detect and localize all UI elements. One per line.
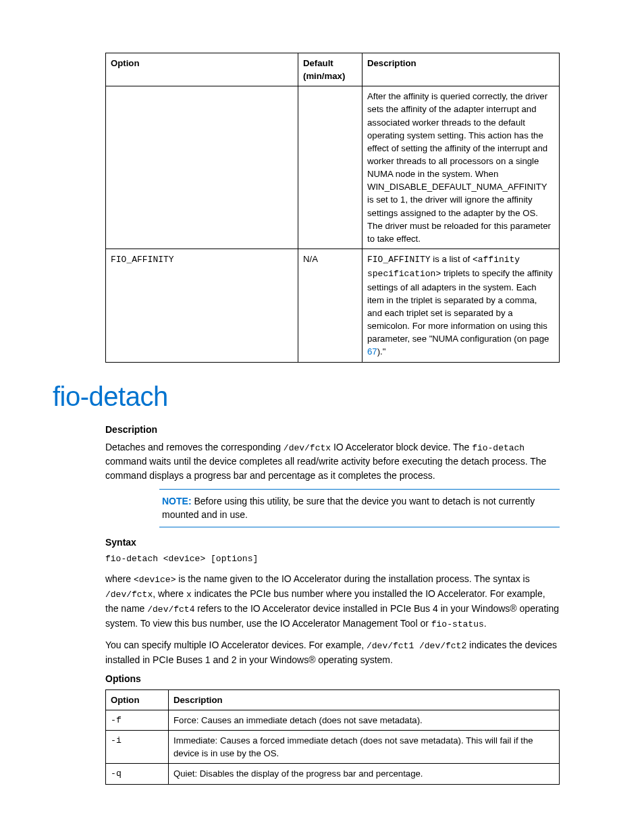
table-row: -f Force: Causes an immediate detach (do… <box>106 710 560 731</box>
text: is the name given to the IO Accelerator … <box>176 573 529 584</box>
code-text: x <box>186 590 192 600</box>
text: IO Accelerator block device. The <box>331 442 472 452</box>
table-row: -q Quiet: Disables the display of the pr… <box>106 764 560 784</box>
code-text: /dev/fct1 /dev/fct2 <box>367 641 466 651</box>
note-block: NOTE: Before using this utility, be sure… <box>159 489 560 527</box>
cell-option: FIO_AFFINITY <box>106 249 298 362</box>
page-link[interactable]: 67 <box>367 346 377 357</box>
cell-option: -f <box>106 710 169 731</box>
cell-desc: Immediate: Causes a forced immediate det… <box>169 731 560 764</box>
syntax-code: fio-detach <device> [options] <box>105 553 560 566</box>
text: , where <box>153 588 186 599</box>
code-text: /dev/fct4 <box>147 604 194 615</box>
th-option: Option <box>106 53 298 86</box>
note-text: Before using this utility, be sure that … <box>162 496 535 520</box>
syntax-heading: Syntax <box>105 537 560 548</box>
text: command waits until the device completes… <box>105 456 546 480</box>
text: is a list of <box>431 254 473 264</box>
code-text: /dev/fctx <box>105 590 153 600</box>
cell-desc: Force: Causes an immediate detach (does … <box>169 710 560 731</box>
table-row: After the affinity is queried correctly,… <box>106 86 560 249</box>
text: )." <box>377 346 386 357</box>
cell-desc: FIO_AFFINITY is a list of <affinity spec… <box>363 249 560 362</box>
page: Option Default (min/max) Description Aft… <box>0 0 644 834</box>
cell-default <box>298 86 363 249</box>
syntax-paragraph-2: You can specify multiple IO Accelerator … <box>105 638 560 667</box>
description-heading: Description <box>105 424 560 435</box>
section-heading: fio-detach <box>53 382 560 412</box>
text: where <box>105 573 134 584</box>
cell-default: N/A <box>298 249 363 362</box>
table-row: FIO_AFFINITY N/A FIO_AFFINITY is a list … <box>106 249 560 362</box>
text: triplets to specify the affinity setting… <box>367 268 553 344</box>
code-text: fio-detach <box>472 443 525 453</box>
th-default: Default (min/max) <box>298 53 363 86</box>
note-label: NOTE: <box>162 496 192 506</box>
text: You can specify multiple IO Accelerator … <box>105 640 367 650</box>
options-heading: Options <box>105 673 560 684</box>
parameters-table-area: Option Default (min/max) Description Aft… <box>105 53 560 363</box>
text: Detaches and removes the corresponding <box>105 442 284 452</box>
code-text: fio-status <box>431 619 484 629</box>
cell-option <box>106 86 298 249</box>
th-description: Description <box>169 689 560 710</box>
th-option: Option <box>106 689 169 710</box>
th-description: Description <box>363 53 560 86</box>
text: . <box>484 618 487 629</box>
parameters-table: Option Default (min/max) Description Aft… <box>105 53 560 363</box>
section-content: Description Detaches and removes the cor… <box>105 424 560 835</box>
cell-option: -q <box>106 764 169 784</box>
code-text: FIO_AFFINITY <box>111 255 174 265</box>
code-text: /dev/fctx <box>284 443 331 453</box>
cell-desc: After the affinity is queried correctly,… <box>363 86 560 249</box>
code-text: FIO_AFFINITY <box>367 255 431 265</box>
options-table: Option Description -f Force: Causes an i… <box>105 689 560 785</box>
description-paragraph: Detaches and removes the corresponding /… <box>105 440 560 482</box>
cell-desc: Quiet: Disables the display of the progr… <box>169 764 560 784</box>
code-text: <device> <box>134 575 176 585</box>
syntax-paragraph-1: where <device> is the name given to the … <box>105 572 560 631</box>
table-row: -i Immediate: Causes a forced immediate … <box>106 731 560 764</box>
cell-option: -i <box>106 731 169 764</box>
